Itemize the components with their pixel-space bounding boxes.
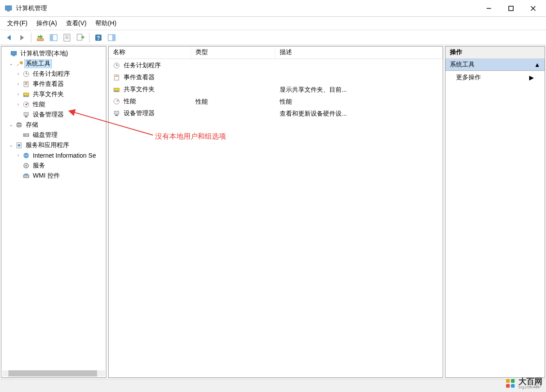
action-pane-button[interactable]	[105, 31, 118, 44]
tree-event-viewer[interactable]: › 事件查看器	[1, 79, 106, 89]
svg-text:?: ?	[97, 35, 100, 41]
svg-rect-10	[64, 34, 70, 41]
event-icon	[113, 74, 121, 82]
svg-rect-9	[51, 35, 52, 40]
svg-rect-39	[23, 134, 29, 136]
svg-rect-57	[114, 111, 119, 114]
storage-icon	[15, 121, 23, 129]
menu-help[interactable]: 帮助(H)	[91, 18, 121, 29]
tree-system-tools[interactable]: ⌄ 系统工具	[1, 58, 106, 69]
tree-wmi[interactable]: WMI 控件	[1, 171, 106, 181]
minimize-button[interactable]	[478, 1, 500, 16]
tree-label: 服务和应用程序	[24, 141, 70, 150]
expander-icon[interactable]: ›	[16, 102, 21, 107]
expander-icon[interactable]: ⌄	[8, 143, 14, 147]
tree-task-scheduler[interactable]: › 任务计划程序	[1, 69, 106, 79]
svg-rect-26	[25, 82, 27, 83]
forward-button[interactable]	[16, 31, 28, 44]
tree-root[interactable]: 计算机管理(本地)	[1, 48, 106, 58]
tree-shared-folders[interactable]: › 共享文件夹	[1, 89, 106, 99]
svg-rect-52	[115, 76, 118, 77]
list-item[interactable]: 性能 性能 性能	[109, 96, 443, 108]
titlebar: 计算机管理	[0, 0, 546, 17]
svg-rect-3	[509, 6, 513, 11]
tree-label: 事件查看器	[31, 80, 65, 89]
tree-label: 任务计划程序	[31, 70, 71, 78]
tree-label: 磁盘管理	[31, 131, 59, 140]
cell-name: 设备管理器	[124, 109, 155, 116]
tree-iis[interactable]: › Internet Information Se	[1, 150, 106, 160]
actions-pane: 操作 系统工具 ▲ 更多操作 ▶	[445, 46, 545, 378]
collapse-icon: ▲	[534, 61, 540, 68]
tree-view[interactable]: 计算机管理(本地) ⌄ 系统工具 › 任务计划程序 › 事件查看器 › 共享文件…	[1, 47, 106, 370]
tools-icon	[15, 60, 23, 68]
computer-icon	[10, 50, 18, 58]
column-desc[interactable]: 描述	[275, 47, 443, 58]
svg-rect-27	[25, 84, 27, 84]
list-item[interactable]: 任务计划程序	[109, 60, 443, 72]
tree-services[interactable]: 服务	[1, 160, 106, 171]
list-item[interactable]: 事件查看器	[109, 72, 443, 84]
list-item[interactable]: 设备管理器 查看和更新设备硬件设...	[109, 108, 443, 120]
tree-services-apps[interactable]: ⌄ 服务和应用程序	[1, 140, 106, 150]
expander-icon[interactable]: ›	[16, 71, 21, 76]
up-button[interactable]	[34, 31, 47, 44]
tree-device-manager[interactable]: 设备管理器	[1, 109, 106, 120]
svg-point-30	[24, 95, 26, 97]
properties-button[interactable]	[61, 31, 73, 44]
scrollbar-thumb[interactable]	[8, 370, 97, 376]
expander-icon[interactable]: ›	[16, 92, 21, 97]
svg-rect-28	[25, 85, 27, 85]
watermark-title: 大百网	[519, 377, 542, 385]
svg-point-42	[18, 144, 20, 147]
svg-rect-61	[511, 379, 515, 382]
expander-icon[interactable]: ›	[16, 82, 21, 86]
window-title: 计算机管理	[16, 4, 478, 12]
cell-desc: 性能	[275, 98, 443, 106]
performance-icon	[22, 101, 30, 109]
disk-icon	[22, 131, 30, 139]
maximize-button[interactable]	[500, 1, 522, 16]
iis-icon	[22, 151, 30, 159]
svg-rect-6	[37, 39, 43, 41]
shared-folder-icon	[113, 86, 121, 94]
shared-folder-icon	[22, 90, 30, 98]
cell-desc: 显示共享文件夹、目前...	[275, 86, 443, 94]
expander-icon[interactable]: ⌄	[8, 122, 14, 127]
expander-icon[interactable]: ⌄	[8, 61, 14, 66]
performance-icon	[113, 98, 121, 106]
tree-label: WMI 控件	[31, 171, 61, 180]
actions-section[interactable]: 系统工具 ▲	[445, 59, 545, 71]
cell-type: 性能	[191, 98, 275, 106]
menu-file[interactable]: 文件(F)	[3, 18, 32, 29]
cell-name: 任务计划程序	[124, 62, 161, 69]
watermark-url: big100.net	[519, 385, 542, 389]
statusbar: CSD	[0, 379, 546, 392]
tree-storage[interactable]: ⌄ 存储	[1, 120, 106, 130]
close-button[interactable]	[522, 1, 544, 16]
menu-view[interactable]: 查看(V)	[62, 18, 91, 29]
tree-label: Internet Information Se	[31, 151, 97, 159]
services-icon	[15, 141, 23, 149]
actions-more[interactable]: 更多操作 ▶	[445, 71, 545, 84]
column-type[interactable]: 类型	[191, 47, 275, 58]
expander-icon[interactable]: ›	[16, 153, 21, 158]
svg-rect-35	[25, 116, 27, 117]
help-button[interactable]: ?	[92, 31, 105, 44]
svg-rect-47	[24, 174, 28, 175]
horizontal-scrollbar[interactable]	[2, 370, 105, 376]
menu-action[interactable]: 操作(A)	[32, 18, 62, 29]
actions-more-label: 更多操作	[456, 74, 481, 82]
back-button[interactable]	[3, 31, 15, 44]
tree-disk-management[interactable]: 磁盘管理	[1, 130, 106, 140]
show-hide-tree-button[interactable]	[47, 31, 60, 44]
tree-performance[interactable]: › 性能	[1, 99, 106, 109]
content-area: 计算机管理(本地) ⌄ 系统工具 › 任务计划程序 › 事件查看器 › 共享文件…	[0, 45, 546, 379]
toolbar: ?	[0, 30, 546, 45]
export-button[interactable]	[74, 31, 86, 44]
svg-point-55	[117, 90, 118, 92]
cell-name: 性能	[124, 97, 136, 105]
column-name[interactable]: 名称	[109, 47, 191, 58]
list-item[interactable]: 共享文件夹 显示共享文件夹、目前...	[109, 84, 443, 96]
tree-label: 设备管理器	[31, 110, 65, 119]
